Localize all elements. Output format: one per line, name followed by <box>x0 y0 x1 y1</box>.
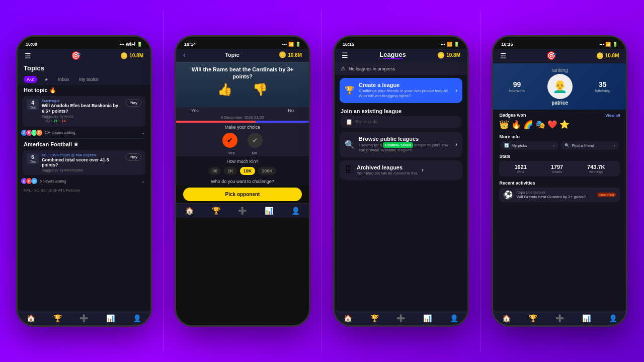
topic-card-2[interactable]: 6 Dec NFL: CIN Bengals @ MIA Dolphins Co… <box>23 150 145 175</box>
nav-chart-2[interactable]: 📊 <box>265 207 273 215</box>
topic-date-1: 4 Dec <box>27 99 39 110</box>
amount-10k[interactable]: 10K <box>240 167 256 175</box>
tab-inbox[interactable]: Inbox <box>55 76 72 83</box>
time-1: 16:08 <box>26 42 37 47</box>
find-friend-btn[interactable]: 🔍 Find a friend › <box>560 141 619 150</box>
ranking-label: ranking <box>547 67 573 73</box>
nav-add-2[interactable]: ➕ <box>238 207 247 215</box>
badges-row: 👑 🔥 🌈 🎭 ❤️ ⭐ <box>499 120 620 129</box>
nav-user-3[interactable]: 👤 <box>450 314 458 322</box>
hamburger-icon-4[interactable]: ☰ <box>500 52 507 60</box>
screen-4-wrapper: 16:15 ▪▪▪ 📶 🔋 ☰ 🎯 🪙 10.8M <box>480 10 639 352</box>
topic-info-1: Euroleague Will Anadolu Efes beat Baskon… <box>42 99 122 124</box>
tab-my-topics[interactable]: My topics <box>76 76 102 83</box>
enter-code-field[interactable]: 📋 Enter code <box>341 116 461 128</box>
stats-section: Stats 1621 wins 1797 losses 743. <box>493 152 626 178</box>
nav-add-3[interactable]: ➕ <box>396 314 405 322</box>
hero-image: Will the Rams beat the Cardinals by 3+ p… <box>176 62 309 107</box>
wifi-icon-2: 📶 <box>288 42 294 47</box>
topic-card-1[interactable]: 4 Dec Euroleague Will Anadolu Efes beat … <box>23 96 145 127</box>
vote-labels: Yes No <box>176 107 309 114</box>
profile-avatar[interactable]: 👨‍🦲 <box>547 74 573 99</box>
expand-icon-2[interactable]: ⌄ <box>141 178 145 184</box>
back-button[interactable]: ‹ <box>183 51 186 59</box>
header-coins-4: 🪙 10.8M <box>596 52 619 59</box>
leagues-content: ⚠ No leagues in progress 🏆 Create a leag… <box>335 62 467 311</box>
nav-trophy-3[interactable]: 🏆 <box>370 314 379 322</box>
more-topics: NFL: NO Saints @ ATL Falcons <box>18 187 150 194</box>
choice-yes-btn[interactable]: ✔ <box>222 133 237 148</box>
nav-add-1[interactable]: ➕ <box>79 314 88 322</box>
phone-3-content: ☰ Leagues 🪙 10.8M ⚠ No leagues in progre… <box>335 49 467 325</box>
chevron-picks: › <box>553 143 555 148</box>
badge-2: 🔥 <box>511 120 521 129</box>
status-icons-3: ▪▪▪ 📶 🔋 <box>440 42 459 47</box>
join-section: Join an existing league 📋 Enter code <box>335 106 467 129</box>
badges-header: Badges won View all <box>499 113 620 118</box>
followers-stat: 99 followers <box>509 80 525 93</box>
play-button-1[interactable]: Play <box>125 99 141 107</box>
amount-1k[interactable]: 1K <box>224 167 237 175</box>
tab-az[interactable]: A-Z <box>24 76 37 83</box>
nav-home-3[interactable]: 🏠 <box>344 314 352 322</box>
chevron-right-browse: › <box>455 141 457 148</box>
expand-icon-1[interactable]: ⌄ <box>141 130 145 135</box>
chevron-right-create: › <box>455 87 457 94</box>
chevron-friend: › <box>614 143 615 148</box>
p1-header: ☰ 🎯 🪙 10.8M <box>18 49 150 63</box>
time-3: 16:15 <box>343 42 354 47</box>
amount-100k[interactable]: 100K <box>258 167 276 175</box>
avatar-1d: D <box>36 129 43 136</box>
code-placeholder: Enter code <box>356 119 378 124</box>
screen-1-wrapper: 16:08 ▪▪▪ WiFi 🔋 ☰ 🎯 🪙 10.8M Top <box>5 10 164 352</box>
nav-user-4[interactable]: 👤 <box>609 314 617 322</box>
nav-home-4[interactable]: 🏠 <box>502 314 511 322</box>
create-league-card[interactable]: 🏆 Create a league Challenge your friends… <box>340 78 462 103</box>
badge-5: ❤️ <box>547 120 557 129</box>
nav-add-4[interactable]: ➕ <box>555 314 564 322</box>
browse-sub: Looking for a COMING SOON league to join… <box>359 142 451 153</box>
archived-card[interactable]: 🗄 Archived leagues Your leagues will be … <box>340 160 462 180</box>
my-picks-btn[interactable]: 🔄 My picks › <box>500 141 558 150</box>
hot-topic-title: Hot topic 🔥 <box>18 85 150 95</box>
player-row-2: E F G 6 players waiting ⌄ <box>18 176 150 187</box>
nav-chart-4[interactable]: 📊 <box>582 314 591 322</box>
nav-user-1[interactable]: 👤 <box>133 314 141 322</box>
status-icons-2: ▪▪▪ 📶 🔋 <box>282 42 301 47</box>
player-row-1: A B C D 10+ players waiting ⌄ <box>18 128 150 138</box>
tab-star[interactable]: ★ <box>41 76 51 83</box>
status-icons-1: ▪▪▪ WiFi 🔋 <box>120 42 143 47</box>
stat-winnings: 743.7K winnings <box>587 164 605 173</box>
friend-icon: 🔍 <box>565 143 570 148</box>
phone-4: 16:15 ▪▪▪ 📶 🔋 ☰ 🎯 🪙 10.8M <box>492 35 627 327</box>
screen-2-wrapper: 18:14 ▪▪▪ 📶 🔋 ‹ Topic 🪙 10.8M Wi <box>164 10 322 352</box>
hero-icons: 👍 👎 <box>217 82 268 97</box>
header-coins-2: 🪙 10.8M <box>279 51 302 58</box>
nav-chart-1[interactable]: 📊 <box>106 314 115 322</box>
amount-00[interactable]: 00 <box>209 167 221 175</box>
nav-user-2[interactable]: 👤 <box>291 207 300 215</box>
p4-header: ☰ 🎯 🪙 10.8M <box>493 49 626 63</box>
choice-no-btn[interactable]: ✔ <box>248 133 263 148</box>
nav-home-1[interactable]: 🏠 <box>27 314 35 322</box>
pick-opponent-btn[interactable]: Pick opponent <box>183 188 302 201</box>
coin-icon-2: 🪙 <box>279 51 286 58</box>
archive-text: Archived leagues Your leagues will be mo… <box>357 164 418 176</box>
coin-icon-4: 🪙 <box>596 52 604 59</box>
hamburger-icon[interactable]: ☰ <box>25 52 31 60</box>
nav-trophy-2[interactable]: 🏆 <box>212 207 220 215</box>
archive-icon: 🗄 <box>345 165 353 174</box>
nav-home-2[interactable]: 🏠 <box>185 207 194 215</box>
nav-trophy-1[interactable]: 🏆 <box>53 314 62 322</box>
wifi-icon: WiFi <box>126 42 135 47</box>
nav-trophy-4[interactable]: 🏆 <box>529 314 537 322</box>
choice-labels: Yes No <box>176 150 309 156</box>
avatar-stack-1: A B C D <box>23 129 43 136</box>
browse-card[interactable]: 🔍 Browse public leagues Looking for a CO… <box>340 132 462 157</box>
recent-text-1: Copa Libertadores Will Gremio beat Guara… <box>516 190 594 200</box>
hamburger-icon-3[interactable]: ☰ <box>342 51 348 59</box>
nav-chart-3[interactable]: 📊 <box>423 314 432 322</box>
play-button-2[interactable]: Play <box>125 153 141 161</box>
view-all-btn[interactable]: View all <box>605 113 620 118</box>
header-coins-3: 🪙 10.8M <box>437 52 460 59</box>
